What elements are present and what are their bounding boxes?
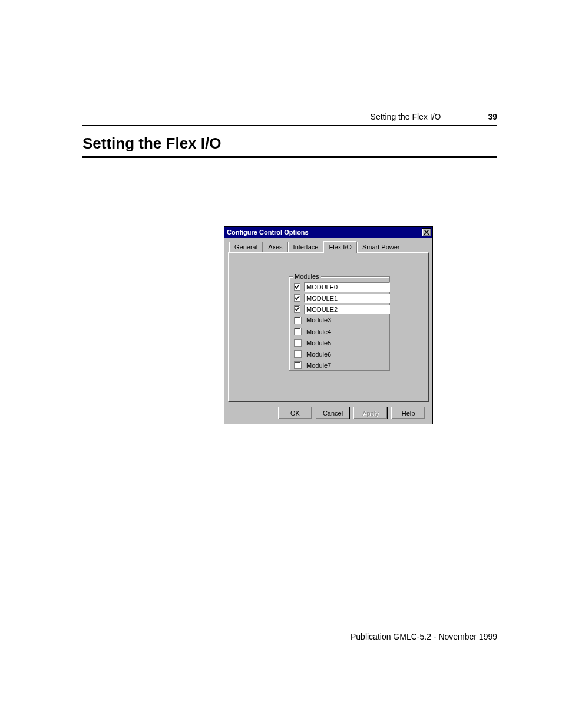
- module-name-label: Module3: [305, 317, 331, 324]
- tab-smart-power[interactable]: Smart Power: [357, 242, 405, 252]
- module-checkbox[interactable]: [294, 305, 300, 313]
- module-row: [294, 293, 385, 303]
- section-title: Setting the Flex I/O: [82, 134, 497, 158]
- check-icon: [295, 307, 300, 312]
- dialog-title: Configure Control Options: [227, 229, 309, 236]
- running-header-text: Setting the Flex I/O: [371, 112, 441, 121]
- close-icon: [424, 230, 429, 235]
- module-name-label: Module6: [305, 351, 331, 358]
- module-row: [294, 304, 385, 314]
- publication-footer: Publication GMLC-5.2 - November 1999: [351, 632, 497, 641]
- page-number: 39: [488, 112, 497, 121]
- module-name-input[interactable]: [304, 305, 390, 314]
- dialog-button-row: OK Cancel Apply Help: [228, 402, 429, 419]
- check-icon: [295, 284, 300, 289]
- apply-button[interactable]: Apply: [353, 407, 388, 419]
- tab-axes[interactable]: Axes: [263, 242, 287, 252]
- module-checkbox[interactable]: [294, 283, 300, 291]
- tab-general[interactable]: General: [229, 242, 263, 252]
- module-checkbox[interactable]: [294, 361, 302, 369]
- check-icon: [295, 295, 300, 301]
- configure-control-options-dialog: Configure Control Options General Axes I…: [224, 226, 433, 424]
- module-checkbox[interactable]: [294, 317, 302, 324]
- module-name-input[interactable]: [304, 282, 390, 292]
- dialog-titlebar[interactable]: Configure Control Options: [224, 227, 432, 238]
- module-row: Module4: [294, 327, 385, 337]
- module-checkbox[interactable]: [294, 339, 302, 347]
- modules-groupbox-label: Modules: [293, 273, 321, 280]
- module-name-label: Module4: [305, 328, 331, 335]
- tab-panel-flex-io: Modules Module3Module4Module5Module6Modu…: [228, 252, 429, 402]
- modules-list: Module3Module4Module5Module6Module7: [289, 277, 389, 370]
- module-name-input[interactable]: [304, 294, 390, 303]
- module-name-label: Module5: [305, 340, 331, 347]
- module-row: Module5: [294, 338, 385, 348]
- module-name-label: Module7: [305, 362, 331, 369]
- cancel-button[interactable]: Cancel: [316, 407, 350, 419]
- running-header: Setting the Flex I/O 39: [82, 112, 497, 126]
- module-row: Module3: [294, 315, 385, 325]
- module-row: Module7: [294, 360, 385, 370]
- module-row: Module6: [294, 349, 385, 359]
- module-row: [294, 282, 385, 292]
- tab-flex-io[interactable]: Flex I/O: [323, 241, 357, 253]
- module-checkbox[interactable]: [294, 294, 300, 302]
- module-checkbox[interactable]: [294, 328, 302, 335]
- ok-button[interactable]: OK: [278, 407, 312, 419]
- help-button[interactable]: Help: [391, 407, 425, 419]
- tabstrip: General Axes Interface Flex I/O Smart Po…: [229, 241, 429, 252]
- close-button[interactable]: [422, 228, 431, 236]
- modules-groupbox: Modules Module3Module4Module5Module6Modu…: [289, 276, 390, 371]
- module-checkbox[interactable]: [294, 350, 302, 358]
- tab-interface[interactable]: Interface: [288, 242, 324, 252]
